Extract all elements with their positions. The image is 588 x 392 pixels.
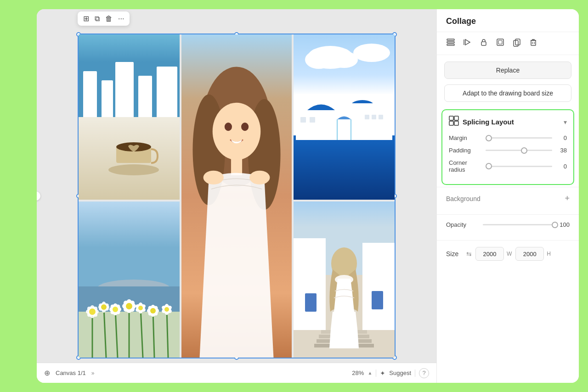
- lock-icon[interactable]: [479, 38, 488, 49]
- duplicate-icon[interactable]: ⧉: [95, 15, 100, 23]
- svg-rect-36: [379, 115, 383, 119]
- svg-rect-95: [447, 42, 454, 43]
- splicing-section: Splicing Layout ▾ Margin 0 Padding 38: [441, 109, 574, 185]
- girl-image: [181, 34, 292, 358]
- svg-point-63: [113, 307, 118, 312]
- suggest-label[interactable]: Suggest: [389, 370, 411, 376]
- splicing-layout-icon: [449, 116, 459, 128]
- zoom-value[interactable]: 28%: [352, 370, 364, 376]
- flowers-image: [79, 202, 180, 358]
- opacity-value: 100: [559, 221, 570, 228]
- girl-back-image: [294, 202, 395, 358]
- svg-rect-84: [294, 238, 326, 330]
- background-add-button[interactable]: +: [565, 194, 570, 203]
- zoom-chevron-icon: ▲: [368, 370, 372, 375]
- width-input[interactable]: [475, 247, 504, 261]
- splicing-label: Splicing Layout: [463, 118, 514, 126]
- margin-row: Margin 0: [449, 134, 567, 141]
- divider2: [415, 370, 415, 377]
- size-section: Size ⇆ W H: [437, 240, 579, 267]
- padding-thumb[interactable]: [521, 147, 527, 154]
- svg-rect-108: [449, 121, 453, 125]
- adapt-button[interactable]: Adapt to the drawing board size: [444, 84, 571, 102]
- cell-girl-back[interactable]: [294, 202, 395, 358]
- animate-icon[interactable]: [463, 38, 472, 49]
- margin-slider[interactable]: [486, 137, 552, 139]
- collage-toolbar: ⊞ ⧉ 🗑 ···: [78, 11, 130, 26]
- svg-point-20: [249, 171, 270, 185]
- layers-bottom-icon[interactable]: ⊕: [44, 369, 50, 377]
- santorini-image: [294, 34, 395, 200]
- svg-rect-85: [362, 243, 395, 330]
- svg-rect-101: [515, 39, 520, 45]
- padding-value: 38: [556, 147, 567, 154]
- corner-radius-thumb[interactable]: [486, 163, 492, 169]
- coffee-image: [79, 34, 180, 200]
- right-panel: Collage Replace Adapt to t: [436, 9, 579, 383]
- copy-panel-icon[interactable]: [512, 38, 521, 49]
- svg-rect-18: [231, 157, 242, 175]
- background-header: Background +: [446, 194, 570, 203]
- svg-point-15: [213, 103, 261, 160]
- svg-rect-96: [447, 44, 454, 45]
- opacity-label: Opacity: [446, 221, 479, 228]
- margin-label: Margin: [449, 134, 482, 141]
- cell-santorini[interactable]: [294, 34, 395, 200]
- svg-rect-103: [531, 40, 536, 45]
- corner-radius-value: 0: [556, 163, 567, 170]
- canvas-label[interactable]: Canvas 1/1: [56, 370, 86, 376]
- svg-point-17: [241, 123, 249, 131]
- more-icon[interactable]: ···: [118, 15, 124, 23]
- height-unit: H: [547, 251, 551, 257]
- background-section: Background +: [437, 187, 579, 214]
- width-unit: W: [507, 251, 512, 257]
- canvas-arrow: »: [91, 370, 95, 376]
- svg-rect-37: [79, 202, 180, 293]
- size-label: Size: [446, 250, 463, 258]
- svg-rect-102: [514, 40, 518, 46]
- svg-rect-100: [498, 40, 502, 44]
- svg-point-53: [89, 308, 96, 315]
- svg-rect-32: [300, 117, 306, 123]
- frame-icon[interactable]: [496, 38, 505, 49]
- svg-marker-97: [465, 39, 470, 45]
- padding-row: Padding 38: [449, 147, 567, 154]
- svg-point-68: [126, 303, 132, 309]
- suggest-icon: ✦: [380, 370, 385, 377]
- zoom-controls: 28% ▲ ✦ Suggest ?: [352, 368, 429, 378]
- opacity-section: Opacity 100: [437, 214, 579, 240]
- svg-rect-34: [365, 115, 369, 119]
- padding-label: Padding: [449, 147, 482, 154]
- main-container: ‹ ⊞ ⧉ 🗑 ···: [37, 9, 579, 383]
- opacity-thumb[interactable]: [552, 222, 558, 228]
- canvas-inner: ⊞ ⧉ 🗑 ···: [78, 34, 396, 358]
- help-button[interactable]: ?: [419, 368, 429, 378]
- cell-girl[interactable]: [181, 34, 292, 358]
- replace-button[interactable]: Replace: [444, 62, 571, 79]
- svg-rect-106: [449, 116, 453, 120]
- opacity-slider[interactable]: [483, 224, 555, 225]
- svg-rect-107: [454, 116, 458, 120]
- svg-point-19: [204, 171, 224, 185]
- margin-thumb[interactable]: [486, 135, 492, 141]
- trash-icon[interactable]: 🗑: [105, 15, 113, 23]
- svg-point-77: [150, 308, 156, 314]
- cell-coffee[interactable]: [79, 34, 180, 200]
- svg-rect-35: [372, 115, 376, 119]
- height-input[interactable]: [515, 247, 544, 261]
- padding-slider[interactable]: [486, 150, 552, 151]
- svg-rect-26: [294, 135, 395, 200]
- splicing-header-left: Splicing Layout: [449, 116, 514, 128]
- opacity-row: Opacity 100: [446, 221, 570, 228]
- cell-flowers[interactable]: [79, 202, 180, 358]
- size-link-icon[interactable]: ⇆: [466, 250, 472, 258]
- grid-icon[interactable]: ⊞: [83, 14, 89, 23]
- splicing-chevron-icon[interactable]: ▾: [564, 118, 567, 126]
- corner-radius-slider[interactable]: [486, 166, 552, 167]
- delete-panel-icon[interactable]: [529, 38, 538, 49]
- layers-icon[interactable]: [446, 38, 455, 49]
- left-sidebar-toggle[interactable]: ‹: [37, 191, 40, 201]
- svg-rect-33: [310, 117, 315, 123]
- svg-point-16: [225, 123, 232, 131]
- svg-point-25: [353, 44, 390, 62]
